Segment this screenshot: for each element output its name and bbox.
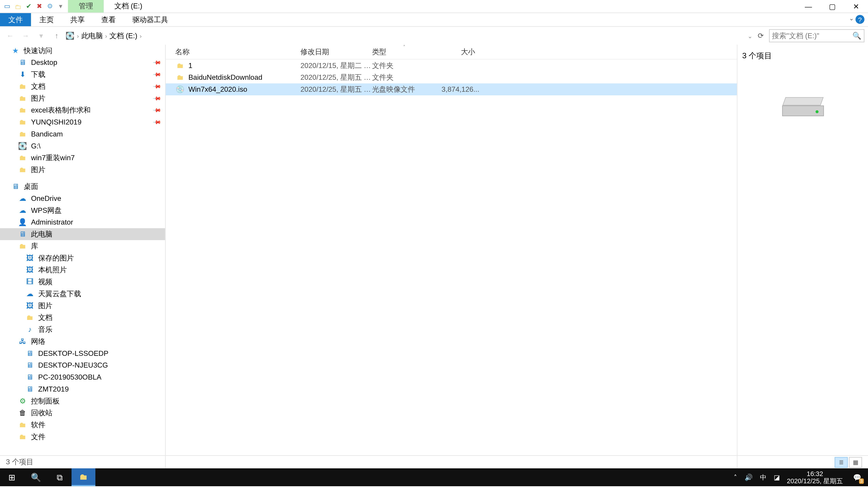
help-icon[interactable]: ? xyxy=(856,15,865,24)
file-row[interactable]: 💿Win7x64_2020.iso 2020/12/25, 星期五 1... 光… xyxy=(166,84,737,95)
address-bar-row: ← → ▾ ↑ 💽 › 此电脑 › 文档 (E:) › ⌄ ⟳ 🔍 xyxy=(0,27,868,45)
nav-wps[interactable]: ☁WPS网盘 xyxy=(0,204,165,217)
nav-camera-roll[interactable]: 🖼本机照片 xyxy=(0,264,165,276)
ribbon-tab-home[interactable]: 主页 xyxy=(31,13,62,26)
nav-library[interactable]: 🖿库 xyxy=(0,240,165,252)
chevron-right-icon[interactable]: › xyxy=(77,33,79,39)
app-icon: ▭ xyxy=(2,2,12,11)
column-size[interactable]: 大小 xyxy=(432,47,479,57)
column-date[interactable]: 修改日期 xyxy=(301,47,372,57)
system-tray: ˄ 🔊 中 ◪ 16:32 2020/12/25, 星期五 💬 3 xyxy=(734,470,868,485)
folder-icon[interactable]: 🗀 xyxy=(13,2,23,11)
nav-music[interactable]: ♪音乐 xyxy=(0,324,165,335)
nav-videos[interactable]: 🎞视频 xyxy=(0,276,165,288)
file-row[interactable]: 🖿1 2020/12/15, 星期二 1... 文件夹 xyxy=(166,60,737,72)
breadcrumb-drive[interactable]: 文档 (E:) xyxy=(110,31,137,41)
search-input[interactable] xyxy=(772,32,843,40)
column-name[interactable]: 名称 xyxy=(175,47,301,57)
close-x-icon[interactable]: ✖ xyxy=(35,2,44,11)
ribbon-collapse-icon[interactable]: ⌄ xyxy=(849,15,854,22)
nav-documents3[interactable]: 🖿文档 xyxy=(0,312,165,324)
nav-forward-button[interactable]: → xyxy=(19,32,32,40)
minimize-button[interactable]: — xyxy=(797,0,820,13)
ribbon: 文件 主页 共享 查看 驱动器工具 ⌄ ? xyxy=(0,13,868,27)
tray-app-icon[interactable]: ◪ xyxy=(774,473,780,481)
nav-pictures2[interactable]: 🖿图片 xyxy=(0,164,165,176)
nav-software[interactable]: 🖿软件 xyxy=(0,419,165,431)
nav-onedrive[interactable]: ☁OneDrive xyxy=(0,193,165,204)
gear-icon[interactable]: ⚙ xyxy=(45,2,55,11)
refresh-button[interactable]: ⟳ xyxy=(755,32,767,40)
breadcrumb-root[interactable]: 此电脑 xyxy=(81,31,103,41)
nav-quick-access[interactable]: ★快速访问 xyxy=(0,45,165,57)
ribbon-tab-drive-tools[interactable]: 驱动器工具 xyxy=(124,13,177,26)
search-icon[interactable]: 🔍 xyxy=(852,32,862,40)
explorer-task-button[interactable]: 🖿 xyxy=(71,468,95,486)
contextual-tab-manage[interactable]: 管理 xyxy=(68,0,104,12)
pc-icon: 🖥 xyxy=(25,373,35,381)
nav-desktop[interactable]: 🖥Desktop xyxy=(0,57,165,69)
breadcrumb[interactable]: 💽 › 此电脑 › 文档 (E:) › xyxy=(66,31,745,41)
nav-pc1[interactable]: 🖥DESKTOP-LSSOEDP xyxy=(0,348,165,359)
video-icon: 🎞 xyxy=(25,278,35,286)
nav-files[interactable]: 🖿文件 xyxy=(0,431,165,443)
nav-desktop2[interactable]: 🖥桌面 xyxy=(0,181,165,193)
nav-pc4[interactable]: 🖥ZMT2019 xyxy=(0,383,165,395)
ribbon-tab-share[interactable]: 共享 xyxy=(62,13,93,26)
desktop-icon: 🖥 xyxy=(11,182,20,191)
ime-indicator[interactable]: 中 xyxy=(760,473,767,482)
nav-excel-folder[interactable]: 🖿excel表格制作求和 xyxy=(0,104,165,116)
user-icon: 👤 xyxy=(18,218,27,226)
task-view-button[interactable]: ⧉ xyxy=(48,468,71,486)
ribbon-tab-view[interactable]: 查看 xyxy=(93,13,124,26)
nav-network[interactable]: 🖧网络 xyxy=(0,335,165,348)
file-row[interactable]: 🖿BaiduNetdiskDownload 2020/12/25, 星期五 1.… xyxy=(166,71,737,84)
chevron-right-icon[interactable]: › xyxy=(140,33,142,39)
qat-dropdown-icon[interactable]: ▾ xyxy=(56,2,66,11)
nav-pictures3[interactable]: 🖼图片 xyxy=(0,300,165,312)
search-box[interactable]: 🔍 xyxy=(769,29,864,42)
nav-admin[interactable]: 👤Administrator xyxy=(0,216,165,228)
nav-win7reload[interactable]: 🖿win7重装win7 xyxy=(0,152,165,164)
clock[interactable]: 16:32 2020/12/25, 星期五 xyxy=(787,470,843,485)
nav-recent-dropdown[interactable]: ▾ xyxy=(35,32,48,40)
nav-documents[interactable]: 🖿文档 xyxy=(0,80,165,92)
folder-icon: 🖿 xyxy=(175,61,185,70)
addr-dropdown-icon[interactable]: ⌄ xyxy=(747,33,752,39)
nav-pictures[interactable]: 🖿图片 xyxy=(0,92,165,104)
nav-bandicam[interactable]: 🖿Bandicam xyxy=(0,128,165,140)
nav-yunqishi[interactable]: 🖿YUNQISHI2019 xyxy=(0,116,165,128)
ribbon-tab-file[interactable]: 文件 xyxy=(0,13,31,26)
nav-pc2[interactable]: 🖥DESKTOP-NJEU3CG xyxy=(0,359,165,371)
folder-icon: 🖿 xyxy=(18,166,27,174)
nav-pc3[interactable]: 🖥PC-20190530OBLA xyxy=(0,371,165,383)
search-button[interactable]: 🔍 xyxy=(24,468,48,486)
recycle-icon: 🗑 xyxy=(18,409,27,417)
nav-up-button[interactable]: ↑ xyxy=(50,32,63,40)
pictures-icon: 🖼 xyxy=(25,254,35,262)
view-thumbnails-button[interactable]: ▦ xyxy=(849,457,862,467)
pictures-icon: 🖼 xyxy=(25,266,35,274)
volume-icon[interactable]: 🔊 xyxy=(745,473,753,481)
start-button[interactable]: ⊞ xyxy=(0,468,24,486)
tray-chevron-up-icon[interactable]: ˄ xyxy=(734,473,737,481)
pc-icon: 🖥 xyxy=(18,230,27,238)
folder-icon: 🖿 xyxy=(18,130,27,138)
nav-recycle[interactable]: 🗑回收站 xyxy=(0,407,165,419)
nav-gdrive[interactable]: 💽G:\ xyxy=(0,140,165,152)
chevron-right-icon[interactable]: › xyxy=(105,33,107,39)
check-icon[interactable]: ✔ xyxy=(24,2,33,11)
notification-center-button[interactable]: 💬 3 xyxy=(850,470,864,484)
nav-saved-pics[interactable]: 🖼保存的图片 xyxy=(0,252,165,264)
nav-back-button[interactable]: ← xyxy=(4,32,17,40)
view-details-button[interactable]: ≣ xyxy=(835,457,848,467)
close-button[interactable]: ✕ xyxy=(844,0,868,13)
nav-tianyi[interactable]: ☁天翼云盘下载 xyxy=(0,288,165,300)
column-type[interactable]: 类型 xyxy=(372,47,432,57)
nav-downloads[interactable]: ⬇下载 xyxy=(0,68,165,80)
nav-controlpanel[interactable]: ⚙控制面板 xyxy=(0,395,165,407)
maximize-button[interactable]: ▢ xyxy=(820,0,844,13)
desktop-icon: 🖥 xyxy=(18,58,27,67)
cloud-icon: ☁ xyxy=(18,206,27,215)
nav-thispc[interactable]: 🖥此电脑 xyxy=(0,228,165,240)
